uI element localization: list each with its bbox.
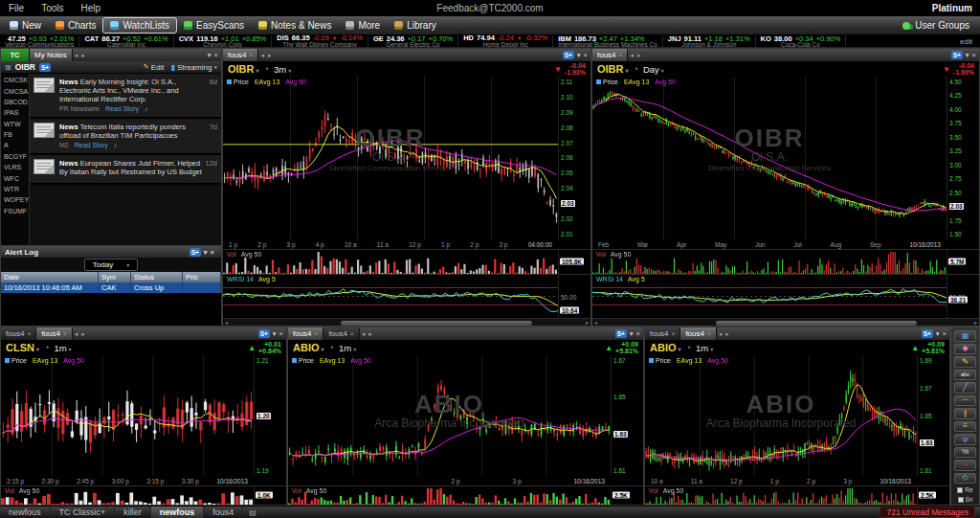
timeframe-dropdown[interactable]: 1m▾ (696, 343, 713, 353)
watchlist-symbol[interactable]: WTW (1, 119, 29, 129)
prev-tab-icon[interactable]: ◂ (717, 327, 724, 340)
close-tab-icon[interactable]: × (350, 330, 354, 337)
close-panel-icon[interactable]: × (279, 329, 283, 338)
watchlist-symbol[interactable]: VLRS (1, 162, 29, 172)
next-tab-icon[interactable]: ▸ (79, 327, 87, 340)
close-panel-icon[interactable]: × (972, 51, 976, 59)
price-chart[interactable]: PriceEAvg 13Avg 50 (1, 355, 254, 476)
panel-menu-icon[interactable]: ▾ (936, 329, 940, 338)
watchlist-symbol[interactable]: FB (1, 129, 29, 140)
prev-tab-icon[interactable]: ◂ (258, 49, 266, 61)
streamer-badge[interactable]: S+ (563, 51, 574, 59)
panel-menu-icon[interactable]: ▾ (204, 248, 208, 257)
panel-menu-icon[interactable]: ▾ (208, 51, 212, 59)
ticker-item[interactable]: CVX119.16+1.01+0.85%Chevron Corp (174, 35, 273, 47)
layout-tab[interactable]: fous4 (204, 507, 243, 518)
watchlist-symbol[interactable]: IPAS (1, 107, 29, 118)
panel-menu-icon[interactable]: ▾ (966, 51, 969, 59)
avg-legend[interactable]: Avg 50 (63, 357, 84, 364)
watchlist-symbol[interactable]: SBCOD (1, 97, 29, 107)
volume-chart[interactable]: VolAvg 50 (223, 250, 558, 274)
symbol-dropdown[interactable]: OIBR▾ (597, 63, 629, 75)
read-story-link[interactable]: Read Story (105, 105, 139, 112)
panel-tab[interactable]: fous4× (1, 327, 36, 340)
ema-legend[interactable]: EAvg 13 (677, 357, 702, 364)
streamer-badge[interactable]: S+ (951, 51, 963, 59)
streamer-badge[interactable]: S+ (258, 329, 270, 338)
column-header[interactable]: Sym (99, 272, 131, 282)
close-tab-icon[interactable]: × (315, 330, 319, 337)
price-chart[interactable]: PriceEAvg 13Avg 50ABIOArca Biopharma Inc… (645, 355, 917, 476)
ticker-item[interactable]: 47.25+0.93+2.01%Verizon Communications (0, 35, 79, 47)
price-axis[interactable]: 2.112.102.092.082.072.062.052.042.032.02… (558, 77, 590, 239)
scroll-left-icon[interactable]: ◂ (594, 319, 597, 326)
wrsi-legend[interactable]: WRSI 14 (227, 276, 254, 282)
ticker-item[interactable]: DIS66.35-0.09▼-0.14%The Walt Disney Comp… (272, 35, 368, 47)
menu-tools[interactable]: Tools (33, 0, 72, 16)
price-axis[interactable]: 1.671.651.631.61 (611, 355, 643, 476)
toolbar-button-watchlists[interactable]: WatchLists (103, 18, 176, 33)
ticker-item[interactable]: JNJ91.11+1.18+1.31%Johnson & Johnson (663, 35, 756, 47)
ema-legend[interactable]: EAvg 13 (33, 357, 57, 364)
ticker-item[interactable]: GE24.36+0.17+0.70%General Electric Co (368, 35, 458, 47)
ticker-item[interactable]: HD74.94-0.24▼-0.32%Home Depot Inc (458, 35, 553, 47)
timeframe-dropdown[interactable]: 3m▾ (274, 64, 291, 75)
avg-legend[interactable]: Avg 50 (707, 357, 728, 364)
vol-avg-legend[interactable]: Avg 50 (611, 251, 632, 258)
edit-ticker-link[interactable]: edit (952, 35, 980, 47)
text-note-icon[interactable]: abc (954, 370, 976, 381)
wrsi-chart[interactable]: WRSI 14Avg 5 (223, 275, 558, 318)
layout-tab[interactable]: newfous (151, 507, 205, 518)
toolbar-button-charts[interactable]: Charts (49, 18, 102, 33)
close-tab-icon[interactable]: × (250, 52, 254, 58)
menu-help[interactable]: Help (72, 0, 109, 16)
avg-legend[interactable]: Avg 50 (655, 79, 676, 85)
speaker-icon[interactable]: ♪ (145, 105, 148, 112)
column-header[interactable]: Pric (183, 272, 221, 282)
time-axis[interactable]: 2 p3 p10/16/2013 (288, 476, 643, 485)
panel-tab[interactable]: fous4× (288, 327, 323, 340)
menu-file[interactable]: File (0, 0, 33, 16)
close-tab-icon[interactable]: × (707, 330, 711, 337)
price-axis[interactable]: 4.504.254.003.753.503.253.002.752.502.03… (947, 77, 979, 239)
watchlist-symbol[interactable]: WTR (1, 184, 29, 194)
alert-filter-dropdown[interactable]: Today▾ (84, 259, 138, 271)
parallel-channel-icon[interactable]: ∥ (954, 408, 976, 419)
time-axis[interactable]: 2:15 p2:30 p2:45 p3:00 p3:15 p3:30 p10/1… (1, 476, 286, 485)
tab-my-notes[interactable]: My Notes (30, 49, 73, 61)
tc-logo[interactable]: TC (1, 49, 30, 61)
volume-axis[interactable]: 105.8K (558, 250, 590, 274)
chart-scrollbar[interactable]: ◂▸ (592, 318, 979, 326)
eraser-icon[interactable]: ◆ (954, 344, 976, 355)
column-header[interactable]: Status (131, 272, 183, 282)
scroll-left-icon[interactable]: ◂ (225, 319, 228, 326)
re-toggle[interactable]: Re (957, 486, 972, 493)
price-legend[interactable]: Price (227, 79, 249, 85)
speaker-icon[interactable]: ♪ (114, 142, 118, 148)
scrollbar-thumb[interactable] (341, 321, 532, 326)
snap-toggle[interactable]: Sn (958, 496, 973, 503)
vol-avg-legend[interactable]: Avg 50 (241, 251, 262, 258)
prev-tab-icon[interactable]: ◂ (73, 327, 80, 340)
news-item[interactable]: 7dNews Telecom Italia reportedly ponders… (30, 119, 221, 155)
vol-avg-legend[interactable]: Avg 50 (306, 487, 327, 494)
news-item[interactable]: 12dNews European Shares Just Firmer, Hel… (30, 155, 221, 185)
close-panel-icon[interactable]: × (584, 51, 588, 59)
watchlist-symbol[interactable]: WOPEY (1, 194, 29, 205)
time-axis[interactable]: 10 a11 a12 p1 p2 p3 p10/16/2013 (645, 476, 949, 485)
panel-tab[interactable]: fous4× (323, 327, 359, 340)
close-tab-icon[interactable]: × (28, 330, 32, 337)
volume-chart[interactable]: VolAvg 50 (645, 486, 917, 505)
volume-chart[interactable]: VolAvg 50 (592, 250, 947, 274)
wrsi-axis[interactable]: 50.0010.64 (558, 275, 590, 318)
vol-legend[interactable]: Vol (227, 251, 236, 258)
price-chart[interactable]: PriceEAvg 13Avg 50OIBROi S.A.Diversified… (592, 77, 947, 239)
streamer-badge[interactable]: S+ (39, 63, 51, 72)
streamer-badge[interactable]: S+ (615, 329, 627, 338)
avg-legend[interactable]: Avg 50 (350, 357, 371, 364)
fibonacci-icon[interactable]: ≡ (954, 421, 976, 433)
panel-tab[interactable]: fous4× (36, 327, 72, 340)
next-tab-icon[interactable]: ▸ (635, 49, 643, 61)
toolbar-button-notes-news[interactable]: Notes & News (252, 18, 338, 33)
time-axis[interactable]: 1 p2 p3 p4 p10 a11 a12 p1 p2 p3 p04:00:0… (223, 239, 590, 249)
